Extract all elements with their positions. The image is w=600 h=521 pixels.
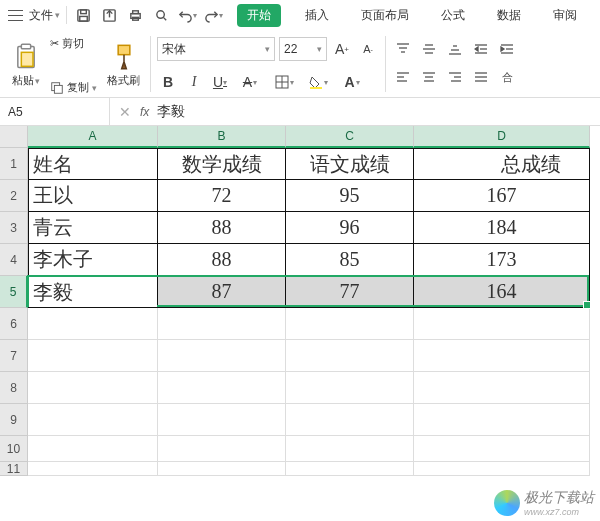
row-header[interactable]: 10 — [0, 436, 28, 462]
column-header[interactable]: D — [414, 126, 590, 148]
cell[interactable] — [286, 404, 414, 436]
cell[interactable] — [158, 340, 286, 372]
tab-formula[interactable]: 公式 — [433, 3, 473, 28]
data-cell[interactable]: 李木子 — [28, 244, 158, 276]
cell[interactable] — [414, 404, 590, 436]
tab-layout[interactable]: 页面布局 — [353, 3, 417, 28]
cell[interactable] — [158, 462, 286, 476]
align-center-button[interactable] — [418, 64, 440, 90]
align-right-button[interactable] — [444, 64, 466, 90]
font-name-select[interactable]: 宋体 ▾ — [157, 37, 275, 61]
data-cell[interactable]: 77 — [286, 276, 414, 308]
data-cell[interactable]: 72 — [158, 180, 286, 212]
cell[interactable] — [414, 436, 590, 462]
cell[interactable] — [414, 308, 590, 340]
header-cell[interactable]: 姓名 — [28, 148, 158, 180]
data-cell[interactable]: 王以 — [28, 180, 158, 212]
header-cell[interactable]: 总成绩 — [414, 148, 590, 180]
fill-color-button[interactable]: ▾ — [303, 70, 333, 94]
save-icon[interactable] — [73, 5, 93, 25]
row-header[interactable]: 3 — [0, 212, 28, 244]
undo-icon[interactable]: ▾ — [177, 5, 197, 25]
row-header[interactable]: 2 — [0, 180, 28, 212]
data-cell[interactable]: 164 — [414, 276, 590, 308]
tab-insert[interactable]: 插入 — [297, 3, 337, 28]
formula-input[interactable]: 李毅 — [157, 103, 592, 121]
cell[interactable] — [286, 308, 414, 340]
bold-button[interactable]: B — [157, 70, 179, 94]
border-button[interactable]: ▾ — [269, 70, 299, 94]
column-header[interactable]: A — [28, 126, 158, 148]
data-cell[interactable]: 96 — [286, 212, 414, 244]
column-header[interactable]: C — [286, 126, 414, 148]
data-cell[interactable]: 88 — [158, 244, 286, 276]
tab-start[interactable]: 开始 — [237, 4, 281, 27]
data-cell[interactable]: 95 — [286, 180, 414, 212]
font-color-button[interactable]: A▾ — [337, 70, 367, 94]
cell[interactable] — [286, 372, 414, 404]
column-header[interactable]: B — [158, 126, 286, 148]
select-all-corner[interactable] — [0, 126, 28, 148]
data-cell[interactable]: 167 — [414, 180, 590, 212]
save-as-icon[interactable] — [99, 5, 119, 25]
tab-review[interactable]: 审阅 — [545, 3, 585, 28]
cut-button[interactable]: ✂ 剪切 — [50, 36, 97, 51]
data-cell[interactable]: 184 — [414, 212, 590, 244]
print-preview-icon[interactable] — [151, 5, 171, 25]
justify-button[interactable] — [470, 64, 492, 90]
cell[interactable] — [286, 436, 414, 462]
row-header[interactable]: 9 — [0, 404, 28, 436]
data-cell[interactable]: 173 — [414, 244, 590, 276]
underline-button[interactable]: U▾ — [209, 70, 231, 94]
cell[interactable] — [286, 340, 414, 372]
cell[interactable] — [414, 372, 590, 404]
align-left-button[interactable] — [392, 64, 414, 90]
increase-indent-button[interactable] — [496, 36, 518, 62]
row-header[interactable]: 6 — [0, 308, 28, 340]
row-header[interactable]: 1 — [0, 148, 28, 180]
italic-button[interactable]: I — [183, 70, 205, 94]
data-cell[interactable]: 青云 — [28, 212, 158, 244]
decrease-font-button[interactable]: A- — [357, 37, 379, 61]
cancel-icon[interactable]: ✕ — [118, 102, 132, 122]
row-header[interactable]: 11 — [0, 462, 28, 476]
cell[interactable] — [158, 436, 286, 462]
align-top-button[interactable] — [392, 36, 414, 62]
print-icon[interactable] — [125, 5, 145, 25]
file-menu[interactable]: 文件 ▾ — [29, 7, 60, 24]
fx-icon[interactable]: fx — [140, 105, 149, 119]
cell[interactable] — [28, 340, 158, 372]
redo-icon[interactable]: ▾ — [203, 5, 223, 25]
cell[interactable] — [28, 404, 158, 436]
decrease-indent-button[interactable] — [470, 36, 492, 62]
align-bottom-button[interactable] — [444, 36, 466, 62]
font-size-select[interactable]: 22 ▾ — [279, 37, 327, 61]
cell[interactable] — [28, 462, 158, 476]
data-cell[interactable]: 88 — [158, 212, 286, 244]
data-cell[interactable]: 87 — [158, 276, 286, 308]
row-header[interactable]: 7 — [0, 340, 28, 372]
cell[interactable] — [414, 340, 590, 372]
name-box[interactable]: A5 — [0, 98, 110, 125]
cell[interactable] — [158, 372, 286, 404]
cell[interactable] — [28, 308, 158, 340]
cell[interactable] — [28, 436, 158, 462]
copy-button[interactable]: 复制▾ — [50, 80, 97, 95]
data-cell[interactable]: 85 — [286, 244, 414, 276]
increase-font-button[interactable]: A+ — [331, 37, 353, 61]
paste-button[interactable]: 粘贴▾ — [8, 36, 44, 95]
active-cell[interactable]: 李毅 — [29, 277, 157, 307]
row-header[interactable]: 4 — [0, 244, 28, 276]
header-cell[interactable]: 数学成绩 — [158, 148, 286, 180]
cell[interactable] — [28, 372, 158, 404]
tab-data[interactable]: 数据 — [489, 3, 529, 28]
row-header[interactable]: 8 — [0, 372, 28, 404]
row-header[interactable]: 5 — [0, 276, 28, 308]
align-middle-button[interactable] — [418, 36, 440, 62]
merge-button[interactable]: 合 — [496, 64, 518, 90]
format-painter-button[interactable]: 格式刷 — [103, 36, 144, 95]
cell[interactable] — [286, 462, 414, 476]
cell[interactable] — [414, 462, 590, 476]
cell[interactable] — [158, 404, 286, 436]
hamburger-icon[interactable] — [8, 10, 23, 21]
